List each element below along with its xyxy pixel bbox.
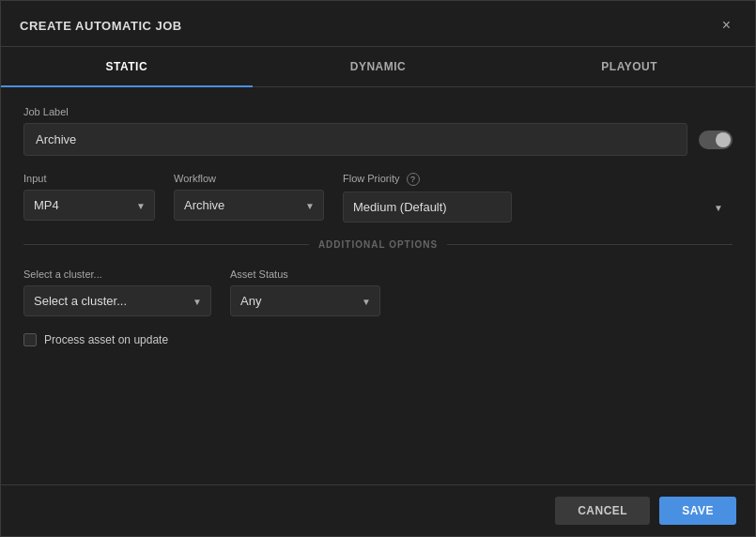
job-label-row: Job Label <box>23 106 733 156</box>
priority-select[interactable]: Low Medium (Default) High <box>343 192 512 222</box>
dialog-body: Job Label Input MP4 MOV AVI MXF <box>1 87 755 484</box>
input-label: Input <box>23 173 155 184</box>
workflow-label: Workflow <box>174 173 324 184</box>
cluster-field-group: Select a cluster... Select a cluster... … <box>23 268 211 316</box>
workflow-field-group: Workflow Archive Transcode Ingest ▼ <box>174 173 324 222</box>
additional-options-label: ADDITIONAL OPTIONS <box>318 239 438 250</box>
asset-status-field-group: Asset Status Any Active Inactive ▼ <box>230 268 380 316</box>
dialog-title: CREATE AUTOMATIC JOB <box>20 19 182 33</box>
toggle-knob <box>716 132 731 147</box>
workflow-select-wrapper: Archive Transcode Ingest ▼ <box>174 190 324 221</box>
additional-fields-row: Select a cluster... Select a cluster... … <box>23 268 733 316</box>
job-label-toggle[interactable] <box>699 130 733 149</box>
input-select[interactable]: MP4 MOV AVI MXF <box>23 190 155 221</box>
dialog-footer: CANCEL SAVE <box>1 484 755 536</box>
cancel-button[interactable]: CANCEL <box>555 497 650 525</box>
divider-right <box>447 244 733 245</box>
job-label-label: Job Label <box>23 106 733 117</box>
workflow-select[interactable]: Archive Transcode Ingest <box>174 190 324 221</box>
asset-status-select[interactable]: Any Active Inactive <box>230 285 380 316</box>
additional-options-divider: ADDITIONAL OPTIONS <box>23 239 733 250</box>
process-on-update-checkbox[interactable] <box>23 333 37 346</box>
priority-select-arrow: ▼ <box>714 202 723 212</box>
tab-static[interactable]: STATIC <box>1 47 253 86</box>
tab-playout[interactable]: PLAYOUT <box>503 47 755 86</box>
dialog-header: CREATE AUTOMATIC JOB × <box>1 1 755 47</box>
asset-status-select-wrapper: Any Active Inactive ▼ <box>230 285 380 316</box>
process-on-update-row: Process asset on update <box>23 333 733 346</box>
cluster-label: Select a cluster... <box>23 268 211 280</box>
fields-row: Input MP4 MOV AVI MXF ▼ Workflow Archive <box>23 173 733 222</box>
tab-dynamic[interactable]: DYNAMIC <box>253 47 504 86</box>
close-button[interactable]: × <box>717 16 736 35</box>
priority-label: Flow Priority ? <box>343 173 733 186</box>
tab-bar: STATIC DYNAMIC PLAYOUT <box>1 47 755 87</box>
job-label-input-group <box>23 123 733 156</box>
priority-select-wrapper: Low Medium (Default) High ▼ <box>343 192 733 222</box>
asset-status-label: Asset Status <box>230 268 380 280</box>
save-button[interactable]: SAVE <box>659 497 736 525</box>
input-select-wrapper: MP4 MOV AVI MXF ▼ <box>23 190 155 221</box>
priority-help-icon[interactable]: ? <box>407 173 420 186</box>
cluster-select[interactable]: Select a cluster... <box>23 285 211 316</box>
create-job-dialog: CREATE AUTOMATIC JOB × STATIC DYNAMIC PL… <box>0 0 756 537</box>
input-field-group: Input MP4 MOV AVI MXF ▼ <box>23 173 155 222</box>
priority-field-group: Flow Priority ? Low Medium (Default) Hig… <box>343 173 733 222</box>
cluster-select-wrapper: Select a cluster... ▼ <box>23 285 211 316</box>
job-label-input[interactable] <box>23 123 687 156</box>
divider-left <box>23 244 309 245</box>
process-on-update-label: Process asset on update <box>44 333 168 346</box>
